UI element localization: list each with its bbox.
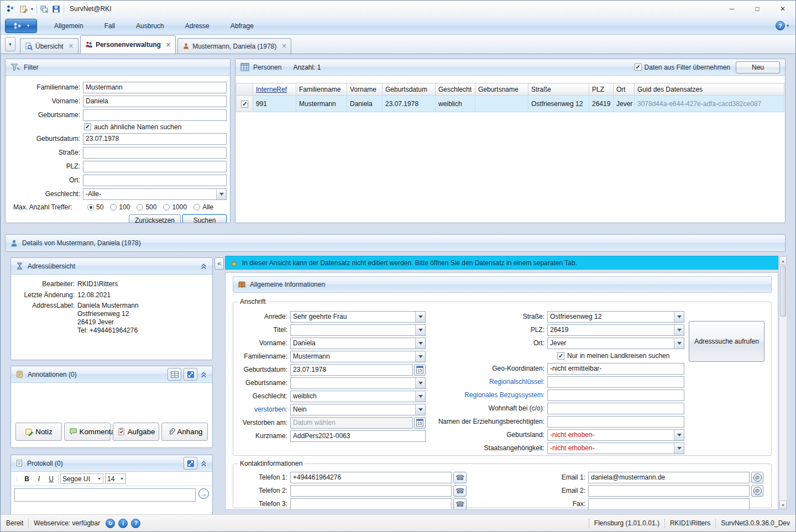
chevron-down-icon[interactable] [415,391,425,402]
send-button[interactable]: → [198,488,209,499]
chevron-down-icon[interactable] [415,404,425,415]
column-geburtsdatum[interactable]: Geburtsdatum [383,83,436,96]
email1-input[interactable] [588,472,750,483]
collapse-left-button[interactable]: « [214,257,224,270]
help-status-icon[interactable]: ? [131,519,140,528]
verstorben-am-input[interactable] [290,417,413,429]
strasse-input[interactable] [83,147,227,159]
chevron-down-icon[interactable] [674,338,684,349]
collapse-chevron-icon[interactable] [200,370,208,378]
landkreis-checkbox[interactable] [557,352,564,360]
geburtsname-input[interactable] [83,109,227,121]
vorname-detail-dropdown[interactable]: Daniela [290,338,426,349]
webservice-sync-icon[interactable]: ↻ [106,519,115,528]
menu-item-adresse[interactable]: Adresse [175,17,220,34]
geburtsname-detail-dropdown[interactable] [290,377,426,389]
chevron-down-icon[interactable] [415,351,425,362]
telefon2-input[interactable] [290,485,452,497]
notiz-button[interactable]: Notiz [15,423,62,441]
email2-input[interactable] [588,485,750,497]
chevron-down-icon[interactable] [216,189,226,199]
tab-uebersicht[interactable]: Übersicht ✕ [20,38,78,54]
chevron-down-icon[interactable] [674,312,684,322]
chevron-down-icon[interactable] [415,325,425,335]
erziehungsberechtigte-input[interactable] [547,416,684,428]
phone-icon[interactable]: ☎ [453,485,467,497]
telefon1-input[interactable] [290,472,452,483]
geschlecht-detail-dropdown[interactable]: weiblich [290,391,426,402]
tab-close-icon[interactable]: ✕ [281,43,286,50]
kurzname-input[interactable] [290,430,426,442]
menu-item-allgemein[interactable]: Allgemein [44,17,94,34]
tab-close-icon[interactable]: ✕ [69,43,74,50]
annotations-expand-button[interactable] [184,368,197,381]
column-guid[interactable]: Guid des Datensatzes [635,83,784,96]
chevron-down-icon[interactable] [415,338,425,349]
plz-detail-dropdown[interactable]: 26419 [547,324,684,336]
column-strasse[interactable]: Straße [528,83,589,96]
tab-list-dropdown-button[interactable]: ▼ [5,37,15,51]
scroll-thumb[interactable] [780,266,786,317]
table-row[interactable]: 991 Mustermann Daniela 23.07.1978 weibli… [237,96,784,112]
email-at-icon[interactable]: @ [751,485,763,497]
italic-button[interactable]: I [34,473,44,484]
font-select[interactable]: Segoe UI▼ [60,473,103,484]
column-plz[interactable]: PLZ [589,83,614,96]
scroll-up-button[interactable]: ▲ [779,256,787,265]
calendar-button[interactable] [414,417,426,429]
column-geschlecht[interactable]: Geschlecht [436,83,475,96]
anrede-dropdown[interactable]: Sehr geehrte Frau [290,311,426,323]
telefon3-input[interactable] [290,498,452,510]
radio-500[interactable] [137,204,143,210]
geburtsland-dropdown[interactable]: -nicht erhoben- [547,429,684,441]
ort-detail-dropdown[interactable]: Jever [547,338,684,349]
chevron-down-icon[interactable] [415,312,425,322]
staatsangehoerigkeit-dropdown[interactable]: -nicht erhoben- [547,443,684,454]
scroll-track[interactable] [779,317,787,501]
titel-dropdown[interactable] [290,324,426,336]
save-icon[interactable] [52,5,60,13]
phone-icon[interactable]: ☎ [453,498,467,510]
collapse-chevron-icon[interactable] [200,262,208,270]
take-filter-checkbox[interactable] [635,64,642,71]
wohnhaft-input[interactable] [547,403,684,414]
kommentar-button[interactable]: Kommentar [64,423,111,441]
column-familienname[interactable]: Familienname [296,83,347,96]
email-at-icon[interactable]: @ [751,472,763,483]
quick-access-caret-icon[interactable]: ▾ [31,7,33,12]
maximize-button[interactable]: □ [745,1,770,17]
scroll-down-button[interactable]: ▼ [779,501,787,509]
ort-input[interactable] [83,175,227,186]
geschlecht-dropdown[interactable]: -Alle- [83,188,227,200]
annotations-grid-view-button[interactable] [167,368,181,381]
aufgabe-button[interactable]: Aufgabe [113,423,159,441]
plz-input[interactable] [83,161,227,172]
column-geburtsname[interactable]: Geburtsname [475,83,528,96]
fax-input[interactable] [588,498,750,510]
familienname-detail-dropdown[interactable]: Mustermann [290,351,426,362]
verstorben-dropdown[interactable]: Nein [290,404,426,415]
row-checkbox[interactable] [241,101,248,108]
radio-100[interactable] [110,204,117,210]
column-vorname[interactable]: Vorname [347,83,383,96]
quick-access-note-icon[interactable] [19,5,28,13]
geburtsdatum-detail-input[interactable] [290,364,413,376]
bezugssystem-input[interactable] [547,389,684,401]
anhang-button[interactable]: Anhang [161,423,208,441]
geburtsdatum-input[interactable] [83,133,227,145]
chevron-down-icon[interactable] [674,430,684,440]
menu-item-abfrage[interactable]: Abfrage [220,17,264,34]
tab-mustermann-daniela[interactable]: Mustermann, Daniela (1978) ✕ [177,38,291,54]
column-interneref[interactable]: InterneRef [253,83,296,96]
bold-button[interactable]: B [22,473,32,484]
phone-icon[interactable]: ☎ [453,472,467,483]
tab-close-icon[interactable]: ✕ [166,41,171,49]
calendar-button[interactable] [414,364,426,376]
info-icon[interactable]: i [118,519,128,528]
search-button[interactable]: Suchen [182,214,227,223]
close-button[interactable]: ✕ [770,1,795,17]
chevron-down-icon[interactable] [415,378,425,388]
minimize-button[interactable]: ─ [719,1,745,17]
similar-names-checkbox[interactable] [84,123,91,130]
address-search-button[interactable]: Adresssuche aufrufen [689,321,764,362]
